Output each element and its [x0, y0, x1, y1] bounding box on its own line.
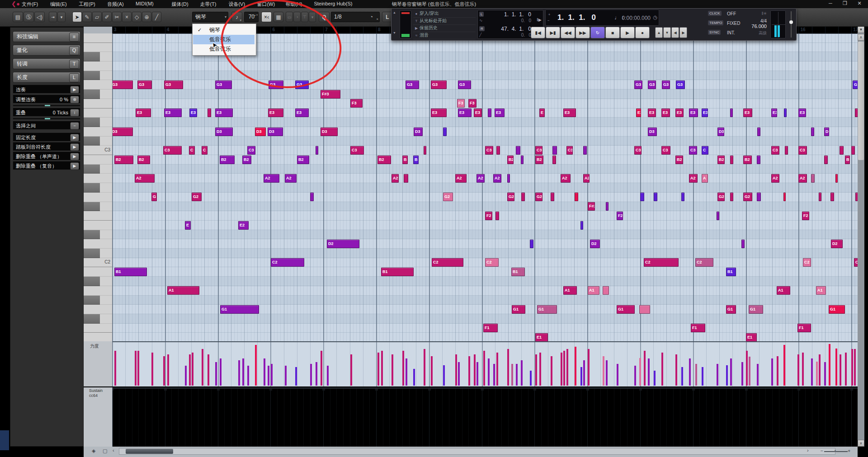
midi-note[interactable]: G3 — [648, 80, 656, 89]
inspector-row-button-7[interactable]: ▶ — [70, 162, 79, 170]
midi-note[interactable] — [530, 240, 533, 248]
velocity-bar[interactable] — [424, 349, 425, 386]
midi-note[interactable]: A2 — [561, 174, 571, 183]
midi-note[interactable]: B1 — [114, 268, 147, 276]
current-part-dropdown[interactable]: 钢琴▾ — [192, 12, 228, 22]
velocity-bar[interactable] — [163, 356, 165, 386]
velocity-bar[interactable] — [208, 354, 209, 386]
inspector-row-6[interactable]: 删除重叠 （单声道）▶ — [13, 151, 80, 160]
menu-6[interactable]: 走带(T) — [200, 1, 216, 8]
piano-key-E1[interactable] — [84, 333, 112, 342]
sustain-node-4[interactable] — [164, 388, 167, 391]
midi-note[interactable]: F2 — [485, 212, 492, 220]
inspector-row-button-0[interactable]: ▶ — [70, 86, 79, 94]
midi-note[interactable] — [730, 155, 733, 164]
black-key-G#1[interactable] — [84, 296, 100, 305]
vertical-scrollbar-thumb[interactable] — [858, 42, 864, 160]
velocity-bar[interactable] — [483, 351, 485, 386]
velocity-bar[interactable] — [717, 364, 718, 386]
velocity-bar[interactable] — [285, 366, 287, 386]
midi-note[interactable] — [521, 155, 524, 164]
chevron-right-icon[interactable]: ▸ — [377, 14, 378, 24]
midi-note[interactable]: A1 — [563, 286, 577, 295]
inspector-row-button-5[interactable]: ▶ — [70, 143, 79, 151]
midi-note[interactable]: E3 — [661, 108, 670, 117]
midi-note[interactable] — [639, 305, 650, 314]
midi-note[interactable] — [488, 108, 491, 117]
piano-key-A#2[interactable] — [84, 165, 112, 174]
midi-note[interactable] — [208, 108, 211, 117]
velocity-bar[interactable] — [521, 360, 523, 386]
transport-mode-row-2[interactable]: ▶保留历史 — [413, 24, 476, 32]
velocity-bar[interactable] — [137, 351, 139, 386]
midi-note[interactable]: E3 — [563, 108, 576, 117]
midi-note[interactable]: G1 — [537, 305, 557, 314]
midi-note[interactable]: C2 — [485, 258, 499, 267]
nudge-button-1[interactable]: ▼ — [663, 27, 671, 38]
midi-note[interactable] — [811, 174, 815, 183]
midi-note[interactable]: G2 — [717, 193, 725, 201]
velocity-bar[interactable] — [316, 362, 317, 386]
acoustic-feedback[interactable]: ◁) — [34, 12, 45, 22]
midi-note[interactable]: E3 — [458, 108, 472, 117]
goto-start-button[interactable]: ▮◀ — [531, 27, 545, 38]
velocity-bar[interactable] — [476, 362, 478, 386]
black-key-D#2[interactable] — [84, 230, 100, 240]
midi-note[interactable]: G2 — [192, 193, 202, 201]
velocity-bar[interactable] — [167, 354, 169, 386]
velocity-bar[interactable] — [496, 353, 498, 386]
velocity-bar[interactable] — [242, 358, 244, 386]
piano-key-A1[interactable] — [84, 286, 112, 296]
velocity-bar[interactable] — [588, 349, 590, 386]
scroll-right-icon[interactable]: › — [807, 448, 809, 453]
goto-end-button[interactable]: ▶▮ — [546, 27, 560, 38]
nudge-button-3[interactable]: ▶ — [679, 27, 687, 38]
sustain-node-7[interactable] — [322, 388, 325, 391]
velocity-bar[interactable] — [695, 364, 697, 386]
vertical-scrollbar[interactable]: ▼ ∧ ∨ — [858, 26, 864, 447]
locator-value-R[interactable]: 47. 4. 1. 0 — [501, 26, 531, 32]
piano-key-E2[interactable] — [84, 221, 112, 230]
velocity-bar[interactable] — [563, 351, 565, 386]
midi-note[interactable]: B1 — [511, 268, 525, 276]
midi-note[interactable]: G1 — [749, 305, 763, 314]
black-key-F#2[interactable] — [84, 202, 100, 212]
piano-key-C4[interactable] — [84, 33, 112, 43]
midi-note[interactable]: E3 — [675, 108, 684, 117]
velocity-bar[interactable] — [255, 345, 257, 386]
velocity-bar[interactable] — [644, 351, 646, 386]
velocity-bar[interactable] — [488, 358, 490, 386]
inspector-row-5[interactable]: 踏板到音符长度▶ — [13, 142, 80, 151]
midi-note[interactable]: C — [702, 146, 708, 155]
midi-note[interactable]: G1 — [512, 305, 525, 314]
midi-note[interactable]: E1 — [746, 333, 757, 342]
midi-note[interactable]: G2 — [743, 193, 752, 201]
note-grid[interactable]: G3G3G3G3G3G3G3G3G3G3G3G3G3GF#3F3F3F3E3E3… — [112, 33, 858, 343]
velocity-bar[interactable] — [811, 358, 813, 386]
horizontal-zoom-slider[interactable]: − ▲ + — [821, 448, 850, 454]
velocity-bar[interactable] — [634, 366, 636, 386]
midi-note[interactable]: B2 — [743, 155, 752, 164]
midi-note[interactable]: E3 — [743, 108, 752, 117]
velocity-bar[interactable] — [268, 366, 269, 386]
midi-note[interactable]: A2 — [264, 174, 279, 183]
midi-note[interactable]: E3 — [495, 108, 505, 117]
velocity-bar[interactable] — [264, 358, 265, 386]
piano-key-G3[interactable] — [84, 80, 112, 90]
velocity-bar[interactable] — [689, 358, 691, 386]
forward-button[interactable]: ▶▶ — [576, 27, 590, 38]
velocity-bar[interactable] — [431, 356, 433, 386]
midi-note[interactable]: G3 — [112, 80, 133, 89]
velocity-bar[interactable] — [247, 366, 249, 386]
midi-note[interactable] — [443, 127, 447, 136]
info-value-SYNC[interactable]: INT. — [727, 30, 735, 35]
midi-note[interactable]: C2 — [854, 258, 858, 267]
velocity-bar[interactable] — [511, 364, 513, 386]
velocity-bar[interactable] — [603, 356, 604, 386]
locator-tag-L[interactable]: L — [479, 12, 484, 17]
midi-note[interactable] — [819, 193, 821, 201]
midi-note[interactable]: A1 — [588, 286, 599, 295]
midi-note[interactable]: A2 — [455, 174, 467, 183]
midi-note[interactable]: G3 — [662, 80, 670, 89]
piano-key-A3[interactable] — [84, 61, 112, 71]
